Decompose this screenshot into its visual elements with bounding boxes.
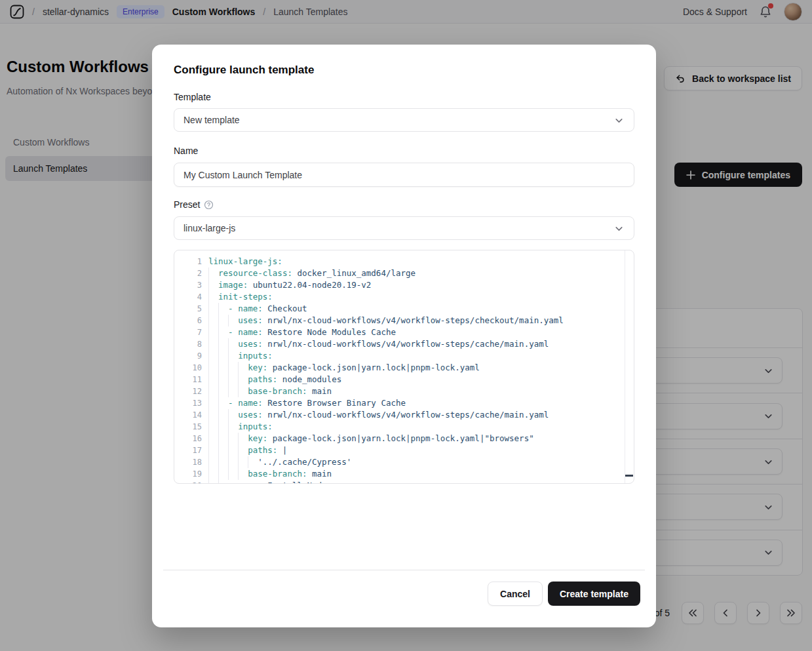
template-select[interactable]: New template: [174, 108, 634, 132]
code-line: 8uses: nrwl/nx-cloud-workflows/v4/workfl…: [174, 338, 634, 350]
code-line: 14uses: nrwl/nx-cloud-workflows/v4/workf…: [174, 409, 634, 421]
modal-footer: Cancel Create template: [488, 582, 640, 606]
code-line: 18'../.cache/Cypress': [174, 456, 634, 468]
code-line: 9inputs:: [174, 350, 634, 362]
code-line: 17paths: |: [174, 444, 634, 456]
code-line: 7- name: Restore Node Modules Cache: [174, 326, 634, 338]
name-input[interactable]: [174, 163, 634, 187]
chevron-down-icon: [613, 115, 625, 126]
code-line: 15inputs:: [174, 421, 634, 433]
cancel-button[interactable]: Cancel: [488, 582, 543, 606]
code-line: 1linux-large-js:: [174, 256, 634, 267]
yaml-code-editor[interactable]: 1linux-large-js:2resource-class: docker_…: [174, 250, 634, 484]
create-template-button[interactable]: Create template: [548, 582, 640, 606]
chevron-down-icon: [613, 223, 625, 234]
editor-scrollbar-thumb[interactable]: [625, 475, 633, 477]
footer-divider: [163, 570, 645, 570]
code-line: 16key: package-lock.json|yarn.lock|pnpm-…: [174, 433, 634, 444]
modal-title: Configure launch template: [174, 64, 314, 77]
code-line: 5- name: Checkout: [174, 303, 634, 315]
code-line: 2resource-class: docker_linux_amd64/larg…: [174, 267, 634, 279]
code-line: 3image: ubuntu22.04-node20.19-v2: [174, 279, 634, 291]
code-line: 11paths: node_modules: [174, 374, 634, 385]
code-line: 20- name: Install Node: [174, 480, 634, 484]
code-line: 10key: package-lock.json|yarn.lock|pnpm-…: [174, 362, 634, 374]
code-line: 19base-branch: main: [174, 468, 634, 480]
code-editor-lines: 1linux-large-js:2resource-class: docker_…: [174, 250, 634, 484]
code-line: 4init-steps:: [174, 291, 634, 303]
code-line: 12base-branch: main: [174, 385, 634, 397]
code-line: 13- name: Restore Browser Binary Cache: [174, 397, 634, 409]
preset-select-value: linux-large-js: [184, 223, 235, 233]
template-label: Template: [174, 92, 211, 102]
configure-launch-template-modal: Configure launch template Template New t…: [152, 45, 656, 627]
template-select-value: New template: [184, 115, 240, 125]
code-line: 6uses: nrwl/nx-cloud-workflows/v4/workfl…: [174, 315, 634, 326]
editor-scrollbar[interactable]: [625, 250, 634, 483]
name-label: Name: [174, 146, 198, 156]
preset-label: Preset: [174, 199, 214, 210]
help-icon: [204, 200, 214, 210]
preset-select[interactable]: linux-large-js: [174, 216, 634, 240]
